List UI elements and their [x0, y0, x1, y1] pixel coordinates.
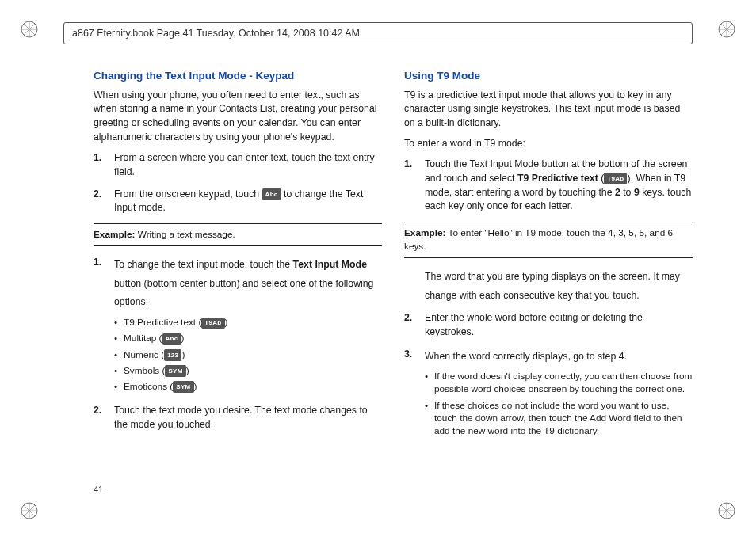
step-number: 2.: [404, 311, 425, 340]
list-item: 2. Touch the text mode you desire. The t…: [94, 404, 382, 432]
list-item: 1. To change the text input mode, touch …: [94, 256, 382, 396]
option-item: Emoticons (SYM): [114, 380, 382, 394]
intro-paragraph: To enter a word in T9 mode:: [404, 137, 693, 151]
list-item: 1. Touch the Text Input Mode button at t…: [404, 158, 693, 214]
corner-ornament-icon: [716, 500, 737, 521]
step-number: 3.: [404, 348, 425, 442]
example-box: Example: To enter "Hello" in T9 mode, to…: [404, 222, 693, 258]
left-column: Changing the Text Input Mode - Keypad Wh…: [94, 68, 382, 496]
step-number: 2.: [94, 188, 114, 216]
section-heading-left: Changing the Text Input Mode - Keypad: [94, 68, 382, 84]
corner-ornament-icon: [19, 500, 40, 521]
option-item: Symbols (SYM): [114, 364, 382, 378]
step-number: 1.: [404, 158, 425, 214]
key-icon: Abc: [162, 333, 181, 345]
mode-options: T9 Predictive text (T9Ab) Multitap (Abc)…: [114, 316, 382, 393]
sub-item: If the word doesn't display correctly, y…: [425, 371, 693, 396]
list-item: 1. From a screen where you can enter tex…: [94, 151, 382, 180]
step-body: To change the text input mode, touch the…: [114, 256, 382, 396]
header-bar: a867 Eternity.book Page 41 Tuesday, Octo…: [63, 22, 693, 44]
content-columns: Changing the Text Input Mode - Keypad Wh…: [94, 68, 693, 496]
option-item: Multitap (Abc): [114, 332, 382, 345]
right-steps-2: 2. Enter the whole word before editing o…: [404, 311, 693, 442]
list-item: 2. From the onscreen keypad, touch Abc t…: [94, 188, 382, 216]
sub-item: If these choices do not include the word…: [425, 400, 693, 438]
list-item: 3. When the word correctly displays, go …: [404, 348, 693, 442]
option-item: Numeric (123): [114, 348, 382, 362]
left-steps-2: 1. To change the text input mode, touch …: [94, 256, 382, 432]
option-item: T9 Predictive text (T9Ab): [114, 316, 382, 329]
left-steps-1: 1. From a screen where you can enter tex…: [94, 151, 382, 215]
header-text: a867 Eternity.book Page 41 Tuesday, Octo…: [72, 28, 360, 39]
key-icon: T9Ab: [201, 318, 224, 329]
step-body: Touch the Text Input Mode button at the …: [425, 158, 693, 214]
example-label: Example:: [94, 229, 135, 240]
corner-ornament-icon: [19, 19, 40, 40]
step-number: 1.: [94, 256, 114, 396]
example-label: Example:: [404, 227, 445, 238]
step-number: 2.: [94, 404, 114, 432]
key-icon: 123: [164, 349, 181, 361]
right-steps: 1. Touch the Text Input Mode button at t…: [404, 158, 693, 214]
key-icon: SYM: [173, 381, 193, 393]
step-text: Enter the whole word before editing or d…: [425, 311, 693, 340]
page-number: 41: [94, 485, 103, 494]
key-icon: SYM: [165, 365, 185, 377]
step-text: Touch the text mode you desire. The text…: [114, 404, 382, 432]
corner-ornament-icon: [716, 19, 737, 40]
example-text: Writing a text message.: [135, 229, 235, 240]
page: a867 Eternity.book Page 41 Tuesday, Octo…: [0, 0, 756, 540]
key-icon: Abc: [262, 188, 281, 200]
intro-paragraph: When using your phone, you often need to…: [94, 89, 382, 145]
right-column: Using T9 Mode T9 is a predictive text in…: [404, 68, 693, 496]
step-text: From the onscreen keypad, touch Abc to c…: [114, 188, 382, 216]
after-example: The word that you are typing displays on…: [404, 268, 693, 305]
section-heading-right: Using T9 Mode: [404, 68, 693, 84]
key-icon: T9Ab: [604, 173, 627, 184]
step-number: 1.: [94, 151, 114, 180]
example-box: Example: Writing a text message.: [94, 223, 382, 246]
intro-paragraph: T9 is a predictive text input mode that …: [404, 89, 693, 131]
list-item: 2. Enter the whole word before editing o…: [404, 311, 693, 340]
step-text: From a screen where you can enter text, …: [114, 151, 382, 180]
step-body: When the word correctly displays, go to …: [425, 348, 693, 442]
sub-bullets: If the word doesn't display correctly, y…: [425, 371, 693, 438]
